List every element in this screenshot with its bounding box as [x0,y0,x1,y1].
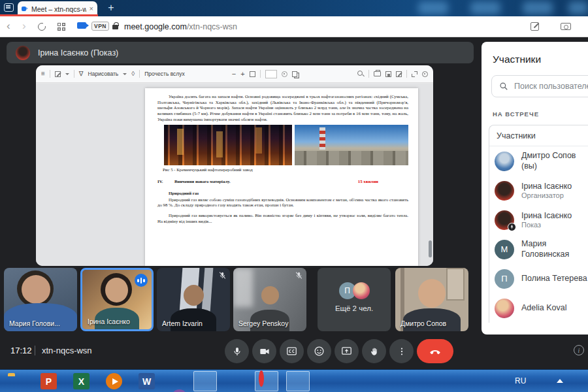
reload-icon[interactable] [38,23,46,31]
address-bar: ‹ › VPN meet.google.com/xtn-nqcs-wsn [0,16,588,37]
video-tile[interactable]: Ірина Ісаєнко [80,268,154,331]
video-tile[interactable]: Artem Izvarin [157,268,230,331]
pdf-scrollbar[interactable] [429,240,432,257]
powerpoint-icon[interactable]: P [41,373,57,389]
participant-row[interactable]: Ірина Ісаєнко Организатор [489,176,588,205]
overflow-tile[interactable]: П Ещё 2 чел. [318,268,391,331]
sidebar-toggle-icon[interactable] [4,3,14,12]
more-options-button[interactable] [389,339,414,363]
draw-label[interactable]: Нарисовать [88,71,119,77]
meet-favicon-icon [22,6,28,12]
doc-paragraph-3: Природний газ використовується як паливо… [157,213,408,224]
excel-icon[interactable]: X [73,373,90,389]
captions-button[interactable] [280,339,304,363]
video-tile[interactable]: Мария Голови... [4,268,77,331]
participant-name: Adelia Koval [521,303,567,314]
zoom-in-button[interactable]: + [240,70,244,78]
fit-page-icon[interactable] [250,71,255,77]
reactions-button[interactable] [307,339,331,363]
forward-icon[interactable]: › [22,19,26,33]
meet-content: Ірина Ісаєнко (Показ) ≡ ∇ Нарисовать ◊ П… [0,37,588,369]
overflow-count-label: Ещё 2 чел. [318,304,391,312]
snapshot-icon[interactable] [561,23,571,30]
language-indicator[interactable]: RU [515,376,526,385]
read-aloud-button[interactable]: Прочесть вслух [144,71,185,77]
mic-off-icon [218,270,227,282]
mic-icon [232,346,242,357]
highlighter-icon[interactable]: ∇ [79,71,84,77]
pen-tool-icon[interactable] [55,71,61,77]
camera-button[interactable] [252,339,276,363]
document-page: Україна досить багата на запаси нафти. О… [145,88,418,266]
viber-icon[interactable] [171,389,188,392]
vpn-badge[interactable]: VPN [91,22,109,31]
edit-page-icon[interactable] [531,22,539,31]
tile-name: Дмитро Сопов [400,319,446,327]
doc-subheading: Природний газ [157,191,408,197]
participant-role: Организатор [521,191,572,199]
participants-panel: Участники НА ВСТРЕЧЕ Участники Дмитро Со… [482,42,588,335]
video-tile[interactable]: Дмитро Сопов [395,268,468,331]
tile-name: Мария Голови... [9,319,60,327]
save-icon[interactable] [385,71,391,77]
participant-row[interactable]: П Полина Тетерева [489,264,588,293]
zoom-out-button[interactable]: − [232,70,236,78]
tab-tiling-icon[interactable] [57,23,61,26]
avatar [495,181,514,201]
page-layout-icon[interactable] [292,71,297,77]
participant-name: Полина Тетерева [521,274,587,284]
word-icon[interactable]: W [139,373,155,389]
close-tab-icon[interactable]: × [90,5,93,12]
doc-section-number: IV. [157,179,174,185]
pen-dropdown-icon[interactable] [65,73,69,75]
media-player-icon[interactable] [106,373,122,389]
more-icon [397,346,407,357]
mic-button[interactable] [225,339,249,363]
camera-in-use-icon[interactable] [77,22,86,29]
back-icon[interactable]: ‹ [7,19,10,33]
presenter-banner: Ірина Ісаєнко (Показ) [7,42,474,63]
search-document-icon[interactable] [357,71,364,77]
present-button[interactable] [335,339,359,363]
tab-title: Meet – xtn-nqcs-wsn [31,5,86,13]
participant-search[interactable] [491,75,588,97]
draw-dropdown-icon[interactable] [123,73,127,75]
participant-row[interactable]: Дмитро Сопов (вы) [489,146,588,176]
meeting-details-icon[interactable]: i [574,345,584,355]
participants-card: Участники Дмитро Сопов (вы) Ірина Ісаєнк… [489,125,588,323]
opera-icon[interactable] [259,373,275,389]
mic-off-icon [295,270,303,282]
participant-row[interactable]: Adelia Koval [489,293,588,323]
captions-icon [286,346,297,357]
page-number-field[interactable] [265,70,277,78]
pin-icon [508,223,516,231]
rotate-icon[interactable] [282,71,287,77]
active-app-highlight [286,371,310,391]
fullscreen-icon[interactable] [412,71,417,77]
participant-row[interactable]: М Мария Головинская [489,235,588,264]
tray-expand-icon[interactable] [557,379,563,383]
participant-name: Мария Головинская [521,239,588,259]
video-tile[interactable]: Sergey Penskoy [233,268,306,331]
pdf-toolbar: ≡ ∇ Нарисовать ◊ Прочесть вслух − + [36,65,433,83]
camera-icon [259,346,270,357]
url-field[interactable]: meet.google.com/xtn-nqcs-wsn [124,22,237,31]
presenter-banner-label: Ірина Ісаєнко (Показ) [38,48,118,57]
speaking-indicator-icon [135,274,148,287]
save-as-icon[interactable] [396,71,402,77]
new-tab-button[interactable]: + [105,1,118,15]
avatar: М [495,240,514,259]
pdf-settings-icon[interactable] [422,71,428,77]
end-call-button[interactable] [417,339,453,363]
panel-title: Участники [493,54,588,65]
raise-hand-button[interactable] [362,339,386,363]
eraser-icon[interactable]: ◊ [131,71,135,77]
search-input[interactable] [514,82,588,91]
tile-name: Ірина Ісаєнко [88,318,130,325]
active-app-highlight [193,371,217,391]
pdf-menu-icon[interactable]: ≡ [41,71,45,77]
participants-group-header[interactable]: Участники [489,125,588,146]
doc-paragraph-1: Україна досить багата на запаси нафти. О… [157,94,408,122]
print-icon[interactable] [374,71,381,76]
participant-row[interactable]: Ірина Ісаєнко Показ [489,205,588,235]
